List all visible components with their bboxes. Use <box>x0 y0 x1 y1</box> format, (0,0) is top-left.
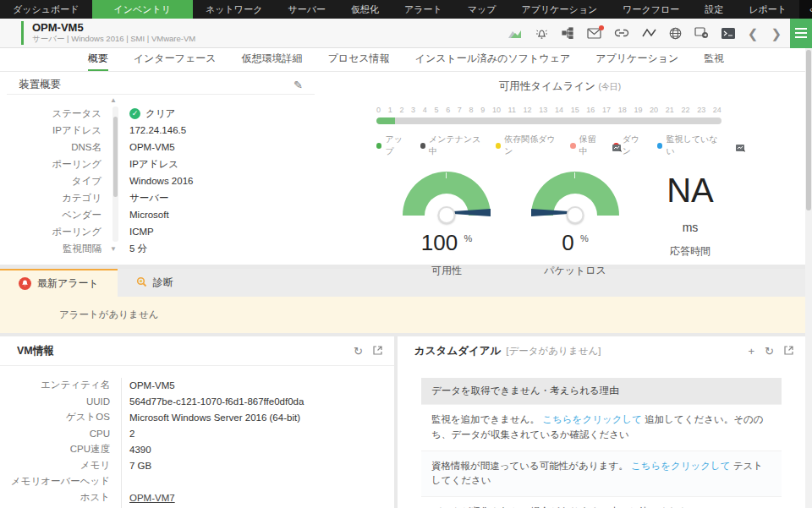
nav-inventory[interactable]: インベントリ <box>92 0 194 19</box>
alarm-bell-icon[interactable] <box>535 27 549 40</box>
globe-icon[interactable] <box>669 27 682 40</box>
timeline-up-segment <box>376 117 395 124</box>
legend-pending-dot <box>570 143 575 149</box>
nav-network[interactable]: ネットワーク <box>193 0 275 19</box>
top-nav: ダッシュボード インベントリ ネットワーク サーバー 仮想化 アラート マップ … <box>0 0 812 19</box>
tab-overview[interactable]: 概要 <box>88 48 108 71</box>
packet-loss-value: 0 % <box>511 230 639 256</box>
summary-row: ステータス ✓クリア <box>7 105 315 122</box>
tab-latest-alerts[interactable]: 最新アラート <box>0 269 118 297</box>
scroll-up-icon[interactable]: ▲ <box>110 96 117 104</box>
vm-row: ゲストOSMicrosoft Windows Server 2016 (64-b… <box>0 409 394 425</box>
terminal-icon[interactable] <box>721 28 735 39</box>
status-ok-icon: ✓ <box>129 108 140 119</box>
tab-interfaces[interactable]: インターフェース <box>134 48 217 71</box>
availability-gauge: 100 % 可用性 <box>382 172 511 278</box>
packet-loss-gauge: 0 % パケットロス <box>511 172 639 278</box>
gauge-hub <box>438 206 456 224</box>
device-title-block: OPM-VM5 サーバー | Windows 2016 | SMI | VMwa… <box>21 21 195 46</box>
gauge-hub <box>567 206 584 224</box>
nav-dashboard[interactable]: ダッシュボード <box>0 0 92 19</box>
detail-tabbar: 概要 インターフェース 仮想環境詳細 プロセス情報 インストール済みのソフトウェ… <box>0 48 812 72</box>
performance-chart-icon[interactable] <box>508 27 522 39</box>
vm-row: CPU速度4390 <box>0 441 394 457</box>
reason-row: データが収集されない場合があります。少々お待ちください <box>421 496 782 508</box>
link-icon[interactable] <box>614 29 629 37</box>
summary-row: カテゴリサーバー <box>7 189 315 206</box>
nav-settings[interactable]: 設定 <box>692 0 736 19</box>
vm-row: エンティティ名OPM-VM5 <box>0 377 394 393</box>
tab-virtual-details[interactable]: 仮想環境詳細 <box>241 48 302 71</box>
alerts-section: 最新アラート 診断 アラートがありません <box>0 269 805 333</box>
popout-icon[interactable] <box>373 346 382 357</box>
vm-row: UUID564d77be-c121-1070-f6d1-867ffe0df0da <box>0 393 394 409</box>
summary-row: 監視間隔5 分 <box>7 240 315 257</box>
nav-workflow[interactable]: ワークフロー <box>610 0 692 19</box>
custom-dial-panel: カスタムダイアル [データがありません] + ↻ データを取得できません・考えら… <box>398 336 805 508</box>
host-link[interactable]: OPM-VM7 <box>129 493 175 503</box>
refresh-icon[interactable]: ↻ <box>354 346 363 357</box>
summary-row: ポーリングICMP <box>7 223 315 240</box>
device-summary-title: 装置概要 <box>19 78 61 92</box>
page-title: OPM-VM5 <box>32 21 195 35</box>
legend-maintenance-dot <box>420 143 425 149</box>
summary-row: IPアドレス172.24.146.5 <box>7 122 315 139</box>
device-header: OPM-VM5 サーバー | Windows 2016 | SMI | VMwa… <box>0 19 812 48</box>
tab-applications[interactable]: アプリケーション <box>595 48 678 71</box>
tab-monitoring[interactable]: 監視 <box>704 48 724 71</box>
breadcrumb: サーバー | Windows 2016 | SMI | VMware-VM <box>32 34 195 45</box>
vm-row: メモリオーバーヘッド <box>0 473 394 489</box>
vm-info-title: VM情報 <box>17 344 54 358</box>
reasons-title: データを取得できません・考えられる理由 <box>421 378 782 404</box>
page-scrollbar[interactable] <box>805 48 812 508</box>
custom-dial-title: カスタムダイアル <box>414 344 501 358</box>
summary-row: タイプWindows 2016 <box>7 172 315 189</box>
widget-next-icon[interactable]: ❯ <box>771 27 782 40</box>
popout-icon[interactable] <box>784 346 793 357</box>
topology-icon[interactable] <box>562 27 574 39</box>
device-config-icon[interactable] <box>694 27 709 39</box>
summary-scrollbar[interactable] <box>112 107 118 242</box>
no-data-reasons: データを取得できません・考えられる理由 監視を追加できません。 こちらをクリック… <box>421 378 782 508</box>
nav-maps[interactable]: マップ <box>455 0 509 19</box>
availability-panel: 可用性タイムライン (今日) 0123456789101112131415161… <box>315 72 805 265</box>
mail-badge <box>599 25 604 30</box>
tab-installed-software[interactable]: インストール済みのソフトウェア <box>415 48 571 71</box>
availability-timeline-bar[interactable] <box>376 117 721 124</box>
response-time-label: 応答時間 <box>639 244 741 259</box>
vm-info-panel: VM情報 ↻ エンティティ名OPM-VM5 UUID564d77be-c121-… <box>0 336 394 508</box>
mail-icon[interactable] <box>587 28 601 39</box>
nav-server[interactable]: サーバー <box>275 0 338 19</box>
nav-alerts[interactable]: アラート <box>392 0 455 19</box>
edit-icon[interactable]: ✎ <box>294 79 303 91</box>
dial-history-icon[interactable] <box>736 144 746 156</box>
tab-diagnosis[interactable]: 診断 <box>118 269 192 297</box>
alerts-empty-message: アラートがありません <box>0 297 805 333</box>
widget-prev-icon[interactable]: ❮ <box>748 27 759 40</box>
nav-reports[interactable]: レポート <box>736 0 799 19</box>
legend-unmonitored-dot <box>657 143 662 149</box>
status-value: クリア <box>145 107 175 120</box>
add-dial-icon[interactable]: + <box>749 346 755 357</box>
reason-row: 監視を追加できません。 こちらをクリックして 追加してください。そののち、データ… <box>421 404 782 451</box>
scroll-down-icon[interactable]: ▼ <box>110 245 117 253</box>
refresh-icon[interactable]: ↻ <box>765 346 774 357</box>
legend-up-dot <box>376 143 381 149</box>
summary-row: DNS名OPM-VM5 <box>7 139 315 156</box>
click-here-link[interactable]: こちらをクリックして <box>542 414 642 424</box>
custom-dial-status: [データがありません] <box>506 345 601 358</box>
diagnosis-icon <box>136 276 147 290</box>
side-menu-button[interactable] <box>790 19 812 48</box>
availability-value: 100 % <box>382 230 511 256</box>
response-time-value: NA <box>639 173 741 207</box>
legend-dependency-down-dot <box>496 143 501 149</box>
vm-row: CPU2 <box>0 425 394 441</box>
dial-history-icon[interactable] <box>612 144 623 156</box>
timeline-legend: アップ メンテナンス中 依存関係ダウン 保留中 ダウン 監視していない <box>376 134 721 157</box>
tab-process-info[interactable]: プロセス情報 <box>327 48 389 71</box>
click-here-link[interactable]: こちらをクリックして <box>631 461 731 471</box>
sparkline-icon[interactable] <box>642 28 656 38</box>
device-summary-panel: 装置概要 ✎ ▲ ▼ ステータス ✓クリア IPアドレス172.24.146.5… <box>0 72 315 265</box>
nav-applications[interactable]: アプリケーション <box>508 0 610 19</box>
nav-virtualization[interactable]: 仮想化 <box>338 0 392 19</box>
